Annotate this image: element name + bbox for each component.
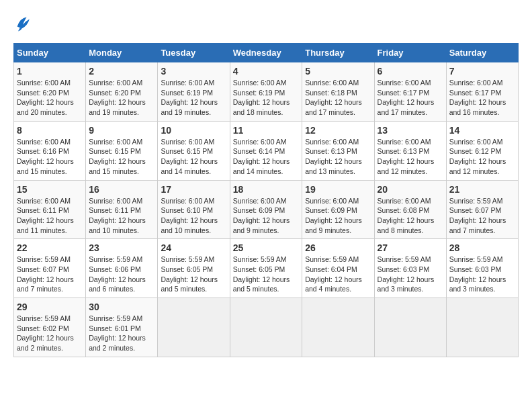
day-info: Sunrise: 6:00 AM Sunset: 6:12 PM Dayligh… <box>449 137 515 177</box>
day-info: Sunrise: 6:00 AM Sunset: 6:17 PM Dayligh… <box>449 78 515 118</box>
day-number: 24 <box>161 242 226 253</box>
day-info: Sunrise: 5:59 AM Sunset: 6:03 PM Dayligh… <box>449 255 515 294</box>
day-number: 25 <box>233 242 300 253</box>
calendar-cell: 6Sunrise: 6:00 AM Sunset: 6:17 PM Daylig… <box>374 62 446 122</box>
calendar-cell: 7Sunrise: 6:00 AM Sunset: 6:17 PM Daylig… <box>446 62 518 122</box>
calendar-cell: 1Sunrise: 6:00 AM Sunset: 6:20 PM Daylig… <box>14 62 86 122</box>
day-info: Sunrise: 6:00 AM Sunset: 6:14 PM Dayligh… <box>233 137 300 177</box>
day-number: 11 <box>233 125 300 136</box>
calendar-header-row: SundayMondayTuesdayWednesdayThursdayFrid… <box>14 44 519 62</box>
day-info: Sunrise: 6:00 AM Sunset: 6:19 PM Dayligh… <box>161 78 226 118</box>
calendar-cell: 16Sunrise: 6:00 AM Sunset: 6:11 PM Dayli… <box>86 180 158 239</box>
page-header <box>13 13 519 32</box>
day-info: Sunrise: 6:00 AM Sunset: 6:09 PM Dayligh… <box>305 196 371 236</box>
calendar-cell: 12Sunrise: 6:00 AM Sunset: 6:13 PM Dayli… <box>302 121 374 180</box>
day-info: Sunrise: 5:59 AM Sunset: 6:07 PM Dayligh… <box>449 196 515 236</box>
calendar-cell: 18Sunrise: 6:00 AM Sunset: 6:09 PM Dayli… <box>230 180 302 239</box>
calendar-cell: 24Sunrise: 5:59 AM Sunset: 6:05 PM Dayli… <box>158 239 230 298</box>
day-info: Sunrise: 6:00 AM Sunset: 6:15 PM Dayligh… <box>89 137 154 177</box>
calendar-cell <box>302 298 374 357</box>
day-number: 1 <box>17 66 83 77</box>
logo <box>13 13 35 32</box>
day-info: Sunrise: 6:00 AM Sunset: 6:16 PM Dayligh… <box>17 137 83 177</box>
calendar-cell <box>158 298 230 357</box>
day-number: 8 <box>17 125 83 136</box>
calendar-week-1: 8Sunrise: 6:00 AM Sunset: 6:16 PM Daylig… <box>14 121 519 180</box>
day-number: 15 <box>17 184 83 195</box>
calendar-table: SundayMondayTuesdayWednesdayThursdayFrid… <box>13 43 519 357</box>
calendar-cell: 4Sunrise: 6:00 AM Sunset: 6:19 PM Daylig… <box>230 62 302 122</box>
day-info: Sunrise: 6:00 AM Sunset: 6:11 PM Dayligh… <box>89 196 154 236</box>
calendar-cell: 19Sunrise: 6:00 AM Sunset: 6:09 PM Dayli… <box>302 180 374 239</box>
day-number: 26 <box>305 242 371 253</box>
day-number: 6 <box>378 66 443 77</box>
calendar-cell: 26Sunrise: 5:59 AM Sunset: 6:04 PM Dayli… <box>302 239 374 298</box>
day-number: 5 <box>305 66 371 77</box>
day-info: Sunrise: 5:59 AM Sunset: 6:02 PM Dayligh… <box>17 314 83 353</box>
day-number: 19 <box>305 184 371 195</box>
day-number: 14 <box>449 125 515 136</box>
day-info: Sunrise: 5:59 AM Sunset: 6:05 PM Dayligh… <box>161 255 226 294</box>
day-info: Sunrise: 6:00 AM Sunset: 6:15 PM Dayligh… <box>161 137 226 177</box>
calendar-cell: 29Sunrise: 5:59 AM Sunset: 6:02 PM Dayli… <box>14 298 86 357</box>
day-number: 29 <box>17 302 83 312</box>
weekday-header-monday: Monday <box>86 44 158 62</box>
day-number: 13 <box>378 125 443 136</box>
calendar-cell: 5Sunrise: 6:00 AM Sunset: 6:18 PM Daylig… <box>302 62 374 122</box>
day-number: 22 <box>17 242 83 253</box>
calendar-cell <box>446 298 518 357</box>
calendar-cell: 15Sunrise: 6:00 AM Sunset: 6:11 PM Dayli… <box>14 180 86 239</box>
weekday-header-tuesday: Tuesday <box>158 44 230 62</box>
day-number: 10 <box>161 125 226 136</box>
weekday-header-wednesday: Wednesday <box>230 44 302 62</box>
day-number: 20 <box>378 184 443 195</box>
day-number: 16 <box>89 184 154 195</box>
day-info: Sunrise: 6:00 AM Sunset: 6:20 PM Dayligh… <box>17 78 83 118</box>
day-number: 9 <box>89 125 154 136</box>
day-info: Sunrise: 6:00 AM Sunset: 6:11 PM Dayligh… <box>17 196 83 236</box>
calendar-week-0: 1Sunrise: 6:00 AM Sunset: 6:20 PM Daylig… <box>14 62 519 122</box>
calendar-cell: 28Sunrise: 5:59 AM Sunset: 6:03 PM Dayli… <box>446 239 518 298</box>
calendar-cell: 25Sunrise: 5:59 AM Sunset: 6:05 PM Dayli… <box>230 239 302 298</box>
calendar-cell: 17Sunrise: 6:00 AM Sunset: 6:10 PM Dayli… <box>158 180 230 239</box>
calendar-cell: 14Sunrise: 6:00 AM Sunset: 6:12 PM Dayli… <box>446 121 518 180</box>
calendar-cell: 2Sunrise: 6:00 AM Sunset: 6:20 PM Daylig… <box>86 62 158 122</box>
calendar-cell: 10Sunrise: 6:00 AM Sunset: 6:15 PM Dayli… <box>158 121 230 180</box>
logo-icon <box>13 13 32 32</box>
calendar-cell: 11Sunrise: 6:00 AM Sunset: 6:14 PM Dayli… <box>230 121 302 180</box>
day-number: 2 <box>89 66 154 77</box>
calendar-body: 1Sunrise: 6:00 AM Sunset: 6:20 PM Daylig… <box>14 62 519 357</box>
day-info: Sunrise: 5:59 AM Sunset: 6:05 PM Dayligh… <box>233 255 300 294</box>
day-number: 18 <box>233 184 300 195</box>
weekday-header-sunday: Sunday <box>14 44 86 62</box>
day-number: 3 <box>161 66 226 77</box>
day-number: 12 <box>305 125 371 136</box>
day-info: Sunrise: 5:59 AM Sunset: 6:07 PM Dayligh… <box>17 255 83 294</box>
day-info: Sunrise: 6:00 AM Sunset: 6:13 PM Dayligh… <box>378 137 443 177</box>
day-info: Sunrise: 6:00 AM Sunset: 6:09 PM Dayligh… <box>233 196 300 236</box>
calendar-cell: 3Sunrise: 6:00 AM Sunset: 6:19 PM Daylig… <box>158 62 230 122</box>
day-number: 21 <box>449 184 515 195</box>
day-number: 23 <box>89 242 154 253</box>
weekday-header-thursday: Thursday <box>302 44 374 62</box>
calendar-week-2: 15Sunrise: 6:00 AM Sunset: 6:11 PM Dayli… <box>14 180 519 239</box>
day-info: Sunrise: 6:00 AM Sunset: 6:17 PM Dayligh… <box>378 78 443 118</box>
calendar-cell <box>374 298 446 357</box>
calendar-cell: 20Sunrise: 6:00 AM Sunset: 6:08 PM Dayli… <box>374 180 446 239</box>
day-number: 27 <box>378 242 443 253</box>
day-info: Sunrise: 6:00 AM Sunset: 6:20 PM Dayligh… <box>89 78 154 118</box>
day-info: Sunrise: 6:00 AM Sunset: 6:18 PM Dayligh… <box>305 78 371 118</box>
day-info: Sunrise: 6:00 AM Sunset: 6:19 PM Dayligh… <box>233 78 300 118</box>
calendar-cell: 27Sunrise: 5:59 AM Sunset: 6:03 PM Dayli… <box>374 239 446 298</box>
calendar-week-4: 29Sunrise: 5:59 AM Sunset: 6:02 PM Dayli… <box>14 298 519 357</box>
calendar-cell: 30Sunrise: 5:59 AM Sunset: 6:01 PM Dayli… <box>86 298 158 357</box>
day-info: Sunrise: 5:59 AM Sunset: 6:03 PM Dayligh… <box>378 255 443 294</box>
day-number: 4 <box>233 66 300 77</box>
calendar-cell <box>230 298 302 357</box>
day-number: 28 <box>449 242 515 253</box>
day-number: 7 <box>449 66 515 77</box>
day-number: 30 <box>89 302 154 312</box>
calendar-week-3: 22Sunrise: 5:59 AM Sunset: 6:07 PM Dayli… <box>14 239 519 298</box>
weekday-header-saturday: Saturday <box>446 44 518 62</box>
day-number: 17 <box>161 184 226 195</box>
